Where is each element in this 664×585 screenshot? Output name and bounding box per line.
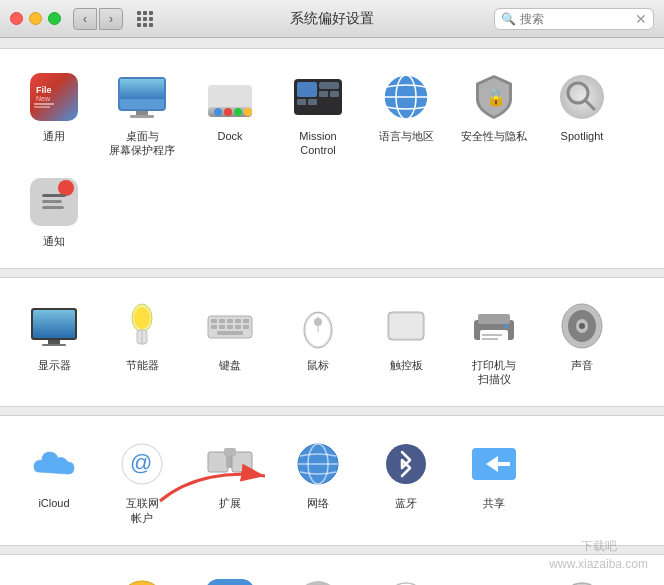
svg-point-97	[296, 581, 340, 585]
network-label: 网络	[307, 496, 329, 510]
svg-rect-7	[120, 79, 164, 99]
svg-rect-53	[227, 325, 233, 329]
icon-item-trackpad[interactable]: 触控板	[362, 290, 450, 380]
icon-item-display[interactable]: 显示器	[10, 290, 98, 380]
keyboard-label: 键盘	[219, 358, 241, 372]
appstore-icon: A	[202, 575, 258, 585]
icon-item-language[interactable]: 语言与地区	[362, 61, 450, 151]
icon-item-users[interactable]: 用户与群组	[10, 567, 98, 585]
display-label: 显示器	[38, 358, 71, 372]
mission-icon	[290, 69, 346, 125]
icon-item-mission[interactable]: MissionControl	[274, 61, 362, 166]
bluetooth-icon	[378, 436, 434, 492]
icon-item-keyboard[interactable]: 键盘	[186, 290, 274, 380]
notification-icon	[26, 174, 82, 230]
display-icon	[26, 298, 82, 354]
svg-point-42	[134, 307, 150, 329]
desktop-icon	[114, 69, 170, 125]
svg-text:🔒: 🔒	[486, 88, 506, 107]
icons-row-2: 显示器 节能器	[10, 290, 654, 395]
icon-item-notification[interactable]: 通知	[10, 166, 98, 256]
printer-icon	[466, 298, 522, 354]
spotlight-label: Spotlight	[561, 129, 604, 143]
svg-point-13	[224, 108, 232, 116]
section-hardware: 显示器 节能器	[0, 277, 664, 408]
icon-item-desktop[interactable]: 桌面与屏幕保护程序	[98, 61, 186, 166]
language-label: 语言与地区	[379, 129, 434, 143]
icon-item-general[interactable]: File New 通用	[10, 61, 98, 151]
icon-item-icloud[interactable]: iCloud	[10, 428, 98, 518]
svg-rect-78	[224, 448, 236, 456]
icon-item-mouse[interactable]: 鼠标	[274, 290, 362, 380]
internet-label: 互联网帐户	[126, 496, 159, 525]
svg-rect-64	[478, 314, 510, 324]
section-system: 用户与群组 家长控制 A	[0, 554, 664, 585]
icon-item-spotlight[interactable]: Spotlight	[538, 61, 626, 151]
icon-item-startup[interactable]: 启动磁盘	[450, 567, 538, 585]
svg-text:File: File	[36, 85, 52, 95]
svg-rect-33	[42, 194, 66, 197]
svg-rect-8	[136, 111, 148, 115]
section-personal: File New 通用	[0, 48, 664, 269]
icon-item-appstore[interactable]: A App Store	[186, 567, 274, 585]
security-icon: 🔒	[466, 69, 522, 125]
minimize-button[interactable]	[29, 12, 42, 25]
svg-point-72	[579, 323, 585, 329]
icon-item-printer[interactable]: 打印机与扫描仪	[450, 290, 538, 395]
spotlight-icon	[554, 69, 610, 125]
icon-item-extensions[interactable]: 扩展	[186, 428, 274, 518]
forward-button[interactable]: ›	[99, 8, 123, 30]
svg-point-60	[314, 318, 322, 326]
svg-rect-18	[319, 82, 339, 89]
language-icon	[378, 69, 434, 125]
icon-item-security[interactable]: 🔒 安全性与隐私	[450, 61, 538, 151]
datetime-icon: 12 6	[378, 575, 434, 585]
network-icon	[290, 436, 346, 492]
sound-icon	[554, 298, 610, 354]
search-box[interactable]: 🔍 ✕	[494, 8, 654, 30]
icon-item-sharing[interactable]: 共享	[450, 428, 538, 518]
dictation-icon	[290, 575, 346, 585]
svg-point-28	[560, 75, 604, 119]
startup-icon	[466, 575, 522, 585]
general-icon: File New	[26, 69, 82, 125]
icon-item-timemachine[interactable]: Time Machine	[538, 567, 626, 585]
svg-rect-94	[206, 579, 254, 585]
search-clear-button[interactable]: ✕	[635, 11, 647, 27]
svg-rect-34	[42, 200, 62, 203]
svg-rect-50	[243, 319, 249, 323]
maximize-button[interactable]	[48, 12, 61, 25]
icon-item-dock[interactable]: Dock	[186, 61, 274, 151]
icon-item-energy[interactable]: 节能器	[98, 290, 186, 380]
section-internet: iCloud @ 互联网帐户	[0, 415, 664, 546]
svg-rect-54	[235, 325, 241, 329]
svg-rect-39	[48, 340, 60, 344]
close-button[interactable]	[10, 12, 23, 25]
icon-item-dictation[interactable]: 听写与语音	[274, 567, 362, 585]
svg-rect-55	[243, 325, 249, 329]
svg-rect-49	[235, 319, 241, 323]
back-button[interactable]: ‹	[73, 8, 97, 30]
svg-rect-22	[308, 99, 317, 105]
grid-view-button[interactable]	[133, 8, 157, 30]
icon-item-bluetooth[interactable]: 蓝牙	[362, 428, 450, 518]
energy-label: 节能器	[126, 358, 159, 372]
icon-item-parental[interactable]: 家长控制	[98, 567, 186, 585]
icon-item-network[interactable]: 网络	[274, 428, 362, 518]
icon-item-datetime[interactable]: 12 6 日期与时间	[362, 567, 450, 585]
icon-item-internet[interactable]: @ 互联网帐户	[98, 428, 186, 533]
svg-text:@: @	[130, 450, 152, 475]
dock-label: Dock	[217, 129, 242, 143]
icons-row-1: File New 通用	[10, 61, 654, 256]
extensions-icon	[202, 436, 258, 492]
users-icon	[26, 575, 82, 585]
svg-rect-17	[297, 82, 317, 97]
icon-item-sound[interactable]: 声音	[538, 290, 626, 380]
extensions-label: 扩展	[219, 496, 241, 510]
notification-label: 通知	[43, 234, 65, 248]
timemachine-icon	[554, 575, 610, 585]
nav-buttons: ‹ ›	[73, 8, 123, 30]
search-input[interactable]	[520, 12, 620, 26]
mouse-icon	[290, 298, 346, 354]
svg-point-32	[58, 180, 74, 196]
